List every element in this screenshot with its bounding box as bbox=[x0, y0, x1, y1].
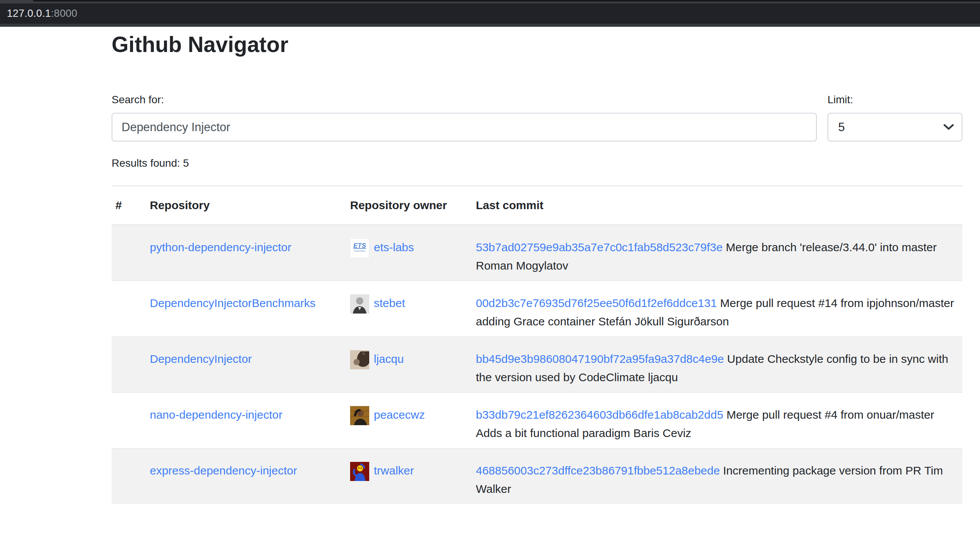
table-header-row: # Repository Repository owner Last commi… bbox=[112, 186, 962, 225]
browser-chrome: 127.0.0.1:8000 bbox=[0, 0, 980, 27]
commit-hash-link[interactable]: 53b7ad02759e9ab35a7e7c0c1fab58d523c79f3e bbox=[476, 241, 723, 253]
owner-cell: ETS ets-labs bbox=[346, 225, 472, 281]
results-summary: Results found: 5 bbox=[112, 155, 962, 171]
toolbar-bottom-edge bbox=[0, 24, 980, 27]
search-label: Search for: bbox=[112, 92, 817, 108]
avatar-ets-labs: ETS bbox=[350, 239, 369, 258]
repository-cell: python-dependency-injector bbox=[146, 225, 346, 281]
owner-link[interactable]: trwalker bbox=[374, 464, 414, 477]
table-row: nano-dependency-injector peacecwz bbox=[112, 392, 962, 448]
row-index-cell bbox=[112, 392, 146, 448]
table-row: DependencyInjectorBenchmarks stebet 00d2… bbox=[112, 281, 962, 336]
url-bar[interactable]: 127.0.0.1:8000 bbox=[0, 3, 980, 24]
row-index-cell bbox=[112, 281, 146, 336]
url-host: 127.0.0.1 bbox=[7, 8, 51, 20]
page-title: Github Navigator bbox=[112, 31, 962, 57]
url-port: :8000 bbox=[51, 8, 77, 20]
repository-cell: nano-dependency-injector bbox=[146, 392, 346, 448]
commit-hash-link[interactable]: 468856003c273dffce23b86791fbbe512a8ebede bbox=[476, 464, 720, 477]
commit-hash-link[interactable]: 00d2b3c7e76935d76f25ee50f6d1f2ef6ddce131 bbox=[476, 297, 717, 309]
repository-cell: DependencyInjector bbox=[146, 336, 346, 392]
commit-hash-link[interactable]: b33db79c21ef8262364603db66dfe1ab8cab2dd5 bbox=[476, 408, 723, 421]
avatar-stebet bbox=[350, 294, 369, 314]
repository-cell: express-dependency-injector bbox=[146, 448, 346, 504]
commit-cell: bb45d9e3b98608047190bf72a95fa9a37d8c4e9e… bbox=[472, 336, 962, 392]
search-input[interactable] bbox=[112, 113, 817, 141]
commit-cell: b33db79c21ef8262364603db66dfe1ab8cab2dd5… bbox=[472, 392, 962, 448]
owner-cell: ljacqu bbox=[346, 336, 472, 392]
header-repository: Repository bbox=[146, 186, 346, 225]
svg-text:ETS: ETS bbox=[353, 242, 366, 249]
header-owner: Repository owner bbox=[346, 186, 472, 225]
owner-cell: peacecwz bbox=[346, 392, 472, 448]
limit-column: Limit: 5 bbox=[827, 92, 962, 141]
owner-cell: trwalker bbox=[346, 448, 472, 504]
window-top-edge bbox=[0, 0, 980, 3]
commit-cell: 00d2b3c7e76935d76f25ee50f6d1f2ef6ddce131… bbox=[472, 281, 962, 336]
owner-link[interactable]: ets-labs bbox=[374, 241, 414, 253]
owner-link[interactable]: ljacqu bbox=[374, 353, 404, 365]
repository-link[interactable]: nano-dependency-injector bbox=[150, 408, 282, 421]
results-table: # Repository Repository owner Last commi… bbox=[112, 185, 962, 504]
avatar-peacecwz bbox=[350, 406, 369, 425]
owner-link[interactable]: peacecwz bbox=[374, 408, 425, 421]
table-row: python-dependency-injector ETS ets-labs … bbox=[112, 225, 962, 281]
commit-cell: 468856003c273dffce23b86791fbbe512a8ebede… bbox=[472, 448, 962, 504]
commit-hash-link[interactable]: bb45d9e3b98608047190bf72a95fa9a37d8c4e9e bbox=[476, 353, 724, 365]
limit-select[interactable]: 5 bbox=[827, 113, 962, 141]
search-form: Search for: Limit: 5 bbox=[112, 92, 962, 141]
row-index-cell bbox=[112, 225, 146, 281]
header-last-commit: Last commit bbox=[472, 186, 962, 225]
table-row: express-dependency-injector tr bbox=[112, 448, 962, 504]
page-container: Github Navigator Search for: Limit: 5 Re… bbox=[112, 31, 962, 504]
window-edge-shadow bbox=[33, 0, 980, 2]
commit-cell: 53b7ad02759e9ab35a7e7c0c1fab58d523c79f3e… bbox=[472, 225, 962, 281]
owner-link[interactable]: stebet bbox=[374, 297, 405, 309]
repository-link[interactable]: DependencyInjectorBenchmarks bbox=[150, 297, 316, 309]
avatar-ljacqu bbox=[350, 350, 369, 369]
limit-label: Limit: bbox=[827, 92, 962, 108]
row-index-cell bbox=[112, 336, 146, 392]
row-index-cell bbox=[112, 448, 146, 504]
repository-link[interactable]: DependencyInjector bbox=[150, 353, 252, 365]
owner-cell: stebet bbox=[346, 281, 472, 336]
table-row: DependencyInjector ljacqu bb45d9e3b98608… bbox=[112, 336, 962, 392]
repository-cell: DependencyInjectorBenchmarks bbox=[146, 281, 346, 336]
repository-link[interactable]: python-dependency-injector bbox=[150, 241, 291, 253]
avatar-trwalker bbox=[350, 462, 369, 481]
search-column: Search for: bbox=[112, 92, 817, 141]
repository-link[interactable]: express-dependency-injector bbox=[150, 464, 297, 477]
header-index: # bbox=[112, 186, 146, 225]
